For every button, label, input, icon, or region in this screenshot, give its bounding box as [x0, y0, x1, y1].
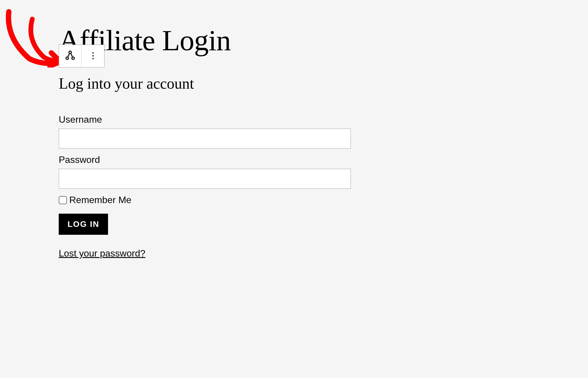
more-vertical-icon — [88, 50, 98, 62]
svg-point-3 — [92, 52, 94, 53]
svg-point-4 — [92, 55, 94, 56]
password-input[interactable] — [59, 169, 351, 189]
svg-point-2 — [72, 57, 74, 59]
remember-row: Remember Me — [59, 195, 352, 205]
svg-point-5 — [92, 58, 94, 59]
username-label: Username — [59, 114, 352, 125]
login-button[interactable]: LOG IN — [59, 214, 108, 235]
svg-point-1 — [66, 57, 68, 59]
affiliate-block-icon — [64, 50, 76, 63]
remember-label: Remember Me — [69, 195, 132, 205]
username-input[interactable] — [59, 129, 351, 148]
lost-password-link[interactable]: Lost your password? — [59, 248, 145, 259]
svg-point-0 — [69, 51, 71, 53]
block-toolbar — [59, 45, 105, 68]
block-type-button[interactable] — [59, 45, 82, 67]
remember-checkbox[interactable] — [59, 196, 67, 204]
annotation-arrow — [3, 9, 65, 68]
more-options-button[interactable] — [82, 45, 104, 67]
password-label: Password — [59, 154, 352, 165]
page-subtitle: Log into your account — [59, 75, 352, 92]
